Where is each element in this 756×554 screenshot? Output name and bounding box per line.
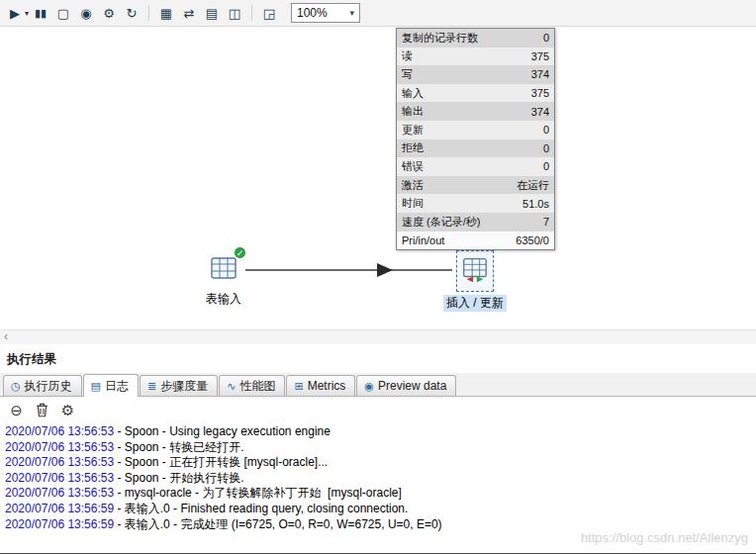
tab-step-metrics[interactable]: ≣ 步骤度量 [140, 375, 218, 396]
document-icon: ▤ [91, 381, 101, 392]
log-line: 2020/07/06 13:56:53 - Spoon - 开始执行转换. [5, 471, 751, 487]
log-line: 2020/07/06 13:56:53 - Spoon - 正在打开转换 [my… [5, 455, 751, 471]
zoom-select[interactable]: 100% ▾ [291, 3, 360, 23]
hop-table-input-to-insert-update[interactable] [0, 27, 756, 329]
step-insert-update[interactable]: 插入 / 更新 [433, 250, 517, 312]
step-table-input-label: 表输入 [203, 291, 244, 308]
insert-update-icon [456, 250, 494, 292]
impact-analysis-button[interactable]: ⇄ [178, 3, 200, 24]
show-error-lines-button[interactable]: ⊖ [7, 401, 26, 419]
run-button[interactable]: ▶ ▾ [4, 3, 29, 24]
debug-button[interactable]: ⚙ [98, 3, 120, 24]
trash-icon [36, 403, 48, 417]
metric-row-errors: 错误0 [397, 157, 554, 176]
metric-row-active: 激活在运行 [397, 176, 554, 195]
replay-button[interactable]: ↻ [121, 3, 142, 24]
verify-transformation-button[interactable]: ▦ [155, 3, 177, 24]
spoon-window: ▶ ▾ ▮▮ ▢ ◉ ⚙ ↻ ▦ ⇄ ▤ ◫ ◲ 100% ▾ [0, 0, 756, 554]
metric-row-speed: 速度 (条记录/秒)7 [397, 213, 554, 231]
tab-log[interactable]: ▤ 日志 [83, 374, 139, 397]
results-tabbar: ◷ 执行历史 ▤ 日志 ≣ 步骤度量 ∿ 性能图 ⊞ Metrics ◉ Pre… [0, 373, 756, 397]
canvas-horizontal-scrollbar[interactable]: ‹ [0, 329, 756, 344]
log-line: 2020/07/06 13:56:59 - 表输入.0 - Finished r… [5, 502, 751, 517]
generate-sql-button[interactable]: ▤ [201, 3, 223, 24]
show-results-panel-button[interactable]: ◲ [258, 3, 280, 24]
run-icon[interactable]: ▶ [4, 3, 26, 24]
execution-results-panel: 执行结果 ◷ 执行历史 ▤ 日志 ≣ 步骤度量 ∿ 性能图 ⊞ Metrics [0, 344, 756, 533]
tab-performance-graph[interactable]: ∿ 性能图 [219, 375, 285, 396]
preview-button[interactable]: ◉ [75, 3, 97, 24]
tab-execution-history[interactable]: ◷ 执行历史 [3, 375, 82, 396]
clear-log-button[interactable] [33, 401, 51, 419]
metric-row-rejected: 拒绝0 [397, 139, 554, 158]
transformation-canvas[interactable]: ✓ 表输入 插入 / 更新 [0, 27, 756, 329]
log-line: 2020/07/06 13:56:53 - Spoon - 转换已经打开. [5, 440, 751, 456]
results-panel-title: 执行结果 [0, 344, 756, 373]
eye-icon: ◉ [364, 381, 374, 392]
metric-row-pri-in-out: Pri/in/out6350/0 [397, 231, 554, 250]
toolbar-separator [251, 5, 252, 21]
explore-database-button[interactable]: ◫ [224, 3, 245, 24]
log-toolbar: ⊖ ⚙ [0, 397, 756, 423]
zoom-value: 100% [297, 6, 328, 20]
pause-button[interactable]: ▮▮ [30, 3, 51, 24]
tab-metrics[interactable]: ⊞ Metrics [286, 375, 355, 396]
log-line: 2020/07/06 13:56:53 - mysql-oracle - 为了转… [5, 486, 751, 502]
step-selection-outline [456, 250, 494, 292]
stop-button[interactable]: ▢ [52, 3, 74, 24]
tab-preview-data[interactable]: ◉ Preview data [356, 375, 456, 396]
log-line: 2020/07/06 13:56:59 - 表输入.0 - 完成处理 (I=67… [5, 517, 751, 533]
metric-row-time: 时间51.0s [397, 194, 554, 213]
step-metrics-tooltip: 复制的记录行数0 读375 写374 输入375 输出374 更新0 拒绝0 错… [396, 28, 555, 250]
metric-row-lines-copied: 复制的记录行数0 [397, 29, 554, 47]
hop-arrow-icon [377, 263, 393, 277]
log-output: 2020/07/06 13:56:53 - Spoon - Using lega… [0, 423, 756, 533]
metric-row-written: 写374 [397, 65, 554, 84]
step-success-check-icon: ✓ [234, 246, 246, 259]
run-options-caret-icon[interactable]: ▾ [25, 9, 29, 18]
log-settings-button[interactable]: ⚙ [58, 401, 77, 419]
table-input-icon: ✓ [208, 252, 239, 288]
log-line: 2020/07/06 13:56:53 - Spoon - Using lega… [5, 424, 751, 440]
scroll-left-arrow-icon[interactable]: ‹ [4, 329, 8, 343]
gantt-icon: ⊞ [294, 381, 303, 392]
chart-icon: ∿ [227, 381, 236, 392]
step-insert-update-label: 插入 / 更新 [443, 295, 507, 312]
metric-row-output: 输出374 [397, 102, 554, 121]
toolbar-separator [148, 5, 149, 21]
list-icon: ≣ [147, 381, 156, 392]
main-toolbar: ▶ ▾ ▮▮ ▢ ◉ ⚙ ↻ ▦ ⇄ ▤ ◫ ◲ 100% ▾ [0, 0, 756, 27]
clock-icon: ◷ [11, 381, 21, 392]
metric-row-updated: 更新0 [397, 121, 554, 139]
step-table-input[interactable]: ✓ 表输入 [182, 252, 265, 308]
metric-row-input: 输入375 [397, 84, 554, 103]
zoom-caret-icon: ▾ [349, 8, 354, 18]
metric-row-read: 读375 [397, 47, 554, 66]
